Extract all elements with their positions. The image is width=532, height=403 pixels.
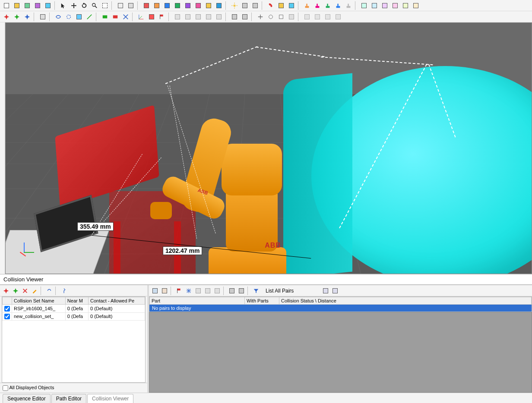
tb2-a[interactable] <box>38 12 48 22</box>
spark-green-icon[interactable] <box>12 12 22 22</box>
tb2-e4[interactable] <box>204 12 213 22</box>
cs-link-icon[interactable] <box>45 287 54 295</box>
3d-viewport[interactable]: ABB ABB 355.49 mm 1202.47 mm <box>5 22 532 274</box>
spark-blue-icon[interactable] <box>22 12 32 22</box>
all-displayed-objects-checkbox[interactable]: All Displayed Objects <box>3 385 54 390</box>
col-name[interactable]: Collision Set Name <box>12 297 66 305</box>
robot-icon-3[interactable] <box>323 1 332 10</box>
col-near[interactable]: Near M <box>65 297 88 305</box>
tb2-e5[interactable] <box>214 12 224 22</box>
cs-brush-icon[interactable] <box>30 287 39 295</box>
cube-yellow-icon[interactable] <box>204 1 213 10</box>
tb2-c2[interactable] <box>111 12 120 22</box>
cp-btn-8[interactable] <box>321 287 330 295</box>
row-checkbox[interactable] <box>4 314 10 319</box>
cube-violet-icon[interactable] <box>183 1 193 10</box>
tb2-g4[interactable] <box>287 12 296 22</box>
cp-btn-3[interactable] <box>194 287 203 295</box>
view-persp-icon[interactable] <box>401 1 410 10</box>
tb2-g3[interactable] <box>276 12 286 22</box>
tb2-h3[interactable] <box>323 12 332 22</box>
view-iso-icon[interactable] <box>390 1 400 10</box>
view-side-icon[interactable] <box>370 1 379 10</box>
tb1-btn-5[interactable] <box>43 1 53 10</box>
robot-icon-4[interactable] <box>333 1 343 10</box>
pan-icon[interactable] <box>69 1 79 10</box>
table-row[interactable]: RSP_irb1600_145_ 0 (Defa 0 (Default) <box>3 305 145 313</box>
tb2-b3[interactable] <box>74 12 84 22</box>
light-icon[interactable] <box>230 1 239 10</box>
tb2-e2[interactable] <box>183 12 193 22</box>
tb2-d2[interactable] <box>147 12 156 22</box>
tb1-btn-1[interactable] <box>2 1 11 10</box>
no-pairs-row[interactable]: No pairs to display <box>149 305 532 312</box>
tb1-btn-b[interactable] <box>126 1 136 10</box>
rotate-icon[interactable] <box>79 1 89 10</box>
tb2-h4[interactable] <box>333 12 343 22</box>
tb1-x1[interactable] <box>240 1 250 10</box>
axis-icon[interactable] <box>136 12 146 22</box>
col-checkbox[interactable] <box>3 297 12 305</box>
tb1-btn-4[interactable] <box>33 1 42 10</box>
view-top-icon[interactable] <box>380 1 390 10</box>
cube-orange-icon[interactable] <box>152 1 162 10</box>
tb2-e3[interactable] <box>193 12 203 22</box>
flag-icon[interactable] <box>157 12 167 22</box>
col-part[interactable]: Part <box>150 297 245 305</box>
cp-btn-7[interactable] <box>237 287 246 295</box>
tab-sequence-editor[interactable]: Sequence Editor <box>3 394 51 403</box>
cube-teal-icon[interactable] <box>214 1 224 10</box>
row-checkbox[interactable] <box>4 306 10 312</box>
cp-btn-4[interactable] <box>203 287 212 295</box>
tb1-y1[interactable] <box>276 1 286 10</box>
robot-icon-1[interactable] <box>302 1 312 10</box>
tab-path-editor[interactable]: Path Editor <box>51 394 86 403</box>
col-with[interactable]: With Parts <box>245 297 279 305</box>
cube-blue-icon[interactable] <box>162 1 172 10</box>
cube-red-icon[interactable] <box>142 1 151 10</box>
tb2-h1[interactable] <box>302 12 312 22</box>
phone-icon[interactable] <box>266 1 276 10</box>
tb2-b2[interactable] <box>64 12 73 22</box>
tb1-btn-a[interactable] <box>116 1 125 10</box>
cube-pink-icon[interactable] <box>193 1 203 10</box>
filter-icon[interactable] <box>252 287 260 295</box>
cp-btn-2[interactable] <box>160 287 169 295</box>
tb2-e1[interactable] <box>173 12 182 22</box>
robot-icon-5[interactable] <box>344 1 353 10</box>
table-row[interactable]: new_collision_set_ 0 (Defa 0 (Default) <box>3 312 145 321</box>
cs-new-icon[interactable] <box>2 287 10 295</box>
spark-red-icon[interactable] <box>2 12 11 22</box>
cursor-icon[interactable] <box>59 1 68 10</box>
col-status[interactable]: Collision Status \ Distance <box>279 297 532 305</box>
tb2-b4[interactable] <box>85 12 94 22</box>
cp-snow-icon[interactable] <box>184 287 193 295</box>
tb2-c3[interactable] <box>121 12 130 22</box>
tb2-f2[interactable] <box>240 12 250 22</box>
view-front-icon[interactable] <box>359 1 369 10</box>
cp-flag-icon[interactable] <box>175 287 184 295</box>
tb2-f1[interactable] <box>230 12 239 22</box>
tb2-h2[interactable] <box>313 12 322 22</box>
cs-del-icon[interactable] <box>21 287 29 295</box>
tb2-c1[interactable] <box>100 12 110 22</box>
zoom-icon[interactable] <box>90 1 99 10</box>
all-displayed-objects-input[interactable] <box>3 385 8 391</box>
cube-green-icon[interactable] <box>173 1 182 10</box>
list-all-pairs-label[interactable]: List All Pairs <box>266 288 294 294</box>
tb1-btn-3[interactable] <box>22 1 32 10</box>
cp-btn-1[interactable] <box>151 287 159 295</box>
cs-edit-icon[interactable] <box>11 287 20 295</box>
cp-btn-9[interactable] <box>331 287 339 295</box>
tb1-x2[interactable] <box>250 1 260 10</box>
cp-btn-6[interactable] <box>228 287 236 295</box>
tb1-y2[interactable] <box>287 1 296 10</box>
col-contact[interactable]: Contact - Allowed Pe <box>88 297 145 305</box>
tb2-b1[interactable] <box>54 12 63 22</box>
robot-icon-2[interactable] <box>313 1 322 10</box>
tb2-g1[interactable] <box>256 12 265 22</box>
tb1-btn-2[interactable] <box>12 1 22 10</box>
tab-collision-viewer[interactable]: Collision Viewer <box>87 394 133 403</box>
zoom-window-icon[interactable] <box>100 1 110 10</box>
cs-pin-icon[interactable] <box>60 287 68 295</box>
